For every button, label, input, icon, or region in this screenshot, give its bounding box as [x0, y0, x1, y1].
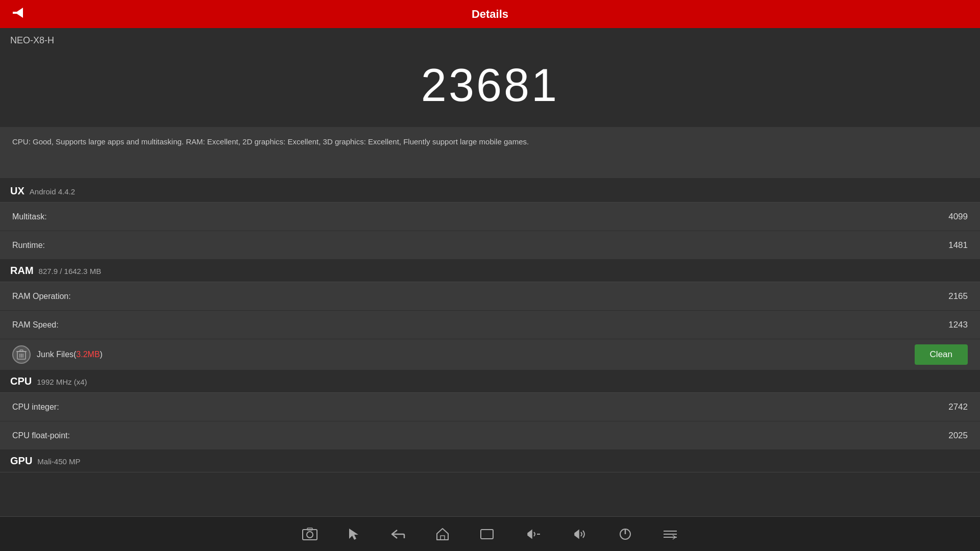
cpu-float-label: CPU float-point: — [12, 431, 70, 440]
header: Details — [0, 0, 980, 28]
score-area: 23681 — [0, 49, 980, 127]
ram-operation-label: RAM Operation: — [12, 292, 71, 301]
volume-up-icon[interactable] — [572, 528, 588, 540]
ram-speed-row: RAM Speed: 1243 — [0, 311, 980, 339]
cpu-section-header: CPU 1992 MHz (x4) — [0, 370, 980, 393]
junk-icon — [12, 345, 31, 364]
multitask-row: Multitask: 4099 — [0, 203, 980, 231]
gpu-title: GPU — [10, 455, 32, 467]
gpu-sub: Mali-450 MP — [37, 457, 80, 466]
cpu-integer-label: CPU integer: — [12, 403, 59, 412]
ram-operation-row: RAM Operation: 2165 — [0, 282, 980, 311]
junk-size: 3.2MB — [76, 350, 100, 359]
multitask-value: 4099 — [948, 212, 968, 222]
cpu-integer-row: CPU integer: 2742 — [0, 393, 980, 421]
ram-operation-value: 2165 — [948, 291, 968, 302]
content-area: NEO-X8-H 23681 CPU: Good, Supports large… — [0, 28, 980, 516]
power-icon[interactable] — [619, 528, 632, 541]
cpu-title: CPU — [10, 375, 32, 387]
junk-files-row: Junk Files(3.2MB) Clean — [0, 339, 980, 370]
junk-label-prefix: Junk Files( — [37, 350, 76, 359]
home-nav-icon[interactable] — [436, 528, 449, 541]
svg-marker-12 — [437, 529, 448, 540]
svg-rect-13 — [440, 536, 445, 540]
description-text: CPU: Good, Supports large apps and multi… — [12, 137, 529, 146]
ram-speed-value: 1243 — [948, 320, 968, 330]
description-box: CPU: Good, Supports large apps and multi… — [0, 127, 980, 178]
page-title: Details — [472, 8, 508, 21]
ux-sub: Android 4.4.2 — [30, 187, 75, 196]
junk-label-suffix: ) — [100, 350, 103, 359]
benchmark-score: 23681 — [421, 60, 559, 111]
cursor-icon[interactable] — [348, 528, 359, 541]
svg-rect-14 — [481, 530, 493, 539]
junk-label: Junk Files(3.2MB) — [37, 350, 909, 359]
cpu-sub: 1992 MHz (x4) — [37, 378, 87, 386]
ram-speed-label: RAM Speed: — [12, 320, 59, 330]
volume-down-icon[interactable] — [525, 528, 541, 540]
recents-nav-icon[interactable] — [480, 529, 494, 540]
svg-point-9 — [307, 532, 313, 538]
svg-rect-1 — [13, 12, 21, 14]
svg-marker-17 — [575, 530, 579, 538]
ux-section-header: UX Android 4.4.2 — [0, 180, 980, 203]
cpu-float-row: CPU float-point: 2025 — [0, 421, 980, 450]
screenshot-icon[interactable] — [302, 528, 317, 541]
runtime-row: Runtime: 1481 — [0, 231, 980, 260]
bottom-navigation — [0, 516, 980, 551]
cpu-float-value: 2025 — [948, 431, 968, 441]
ram-section-header: RAM 827.9 / 1642.3 MB — [0, 260, 980, 282]
multitask-label: Multitask: — [12, 212, 47, 221]
runtime-value: 1481 — [948, 240, 968, 251]
svg-marker-11 — [349, 529, 358, 540]
back-nav-icon[interactable] — [390, 528, 405, 540]
cpu-integer-value: 2742 — [948, 402, 968, 412]
ram-sub: 827.9 / 1642.3 MB — [39, 267, 102, 276]
ux-title: UX — [10, 185, 24, 197]
device-name: NEO-X8-H — [0, 28, 980, 49]
svg-marker-15 — [528, 530, 532, 538]
ram-title: RAM — [10, 265, 34, 277]
gpu-section-header: GPU Mali-450 MP — [0, 450, 980, 472]
clean-button[interactable]: Clean — [915, 344, 968, 365]
runtime-label: Runtime: — [12, 241, 45, 250]
layers-icon[interactable] — [663, 528, 678, 540]
back-button[interactable] — [10, 5, 26, 23]
svg-rect-4 — [20, 350, 23, 352]
